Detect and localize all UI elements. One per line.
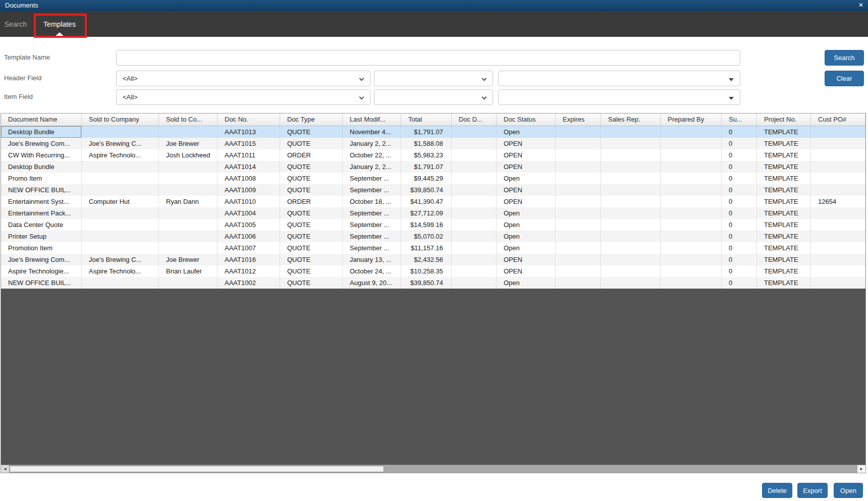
table-cell <box>82 161 159 173</box>
table-cell: AAAT1002 <box>218 277 280 289</box>
column-header[interactable]: Doc D... <box>452 114 497 126</box>
table-row[interactable]: NEW OFFICE BUIL...AAAT1009QUOTESeptember… <box>1 184 865 196</box>
item-field-select-2[interactable] <box>374 89 493 105</box>
table-row[interactable]: Promo ItemAAAT1008QUOTESeptember ...$9,4… <box>1 173 865 184</box>
table-cell: QUOTE <box>280 277 343 289</box>
table-row[interactable]: Desktop BundleAAAT1014QUOTEJanuary 2, 2.… <box>1 161 865 173</box>
table-cell <box>159 242 218 254</box>
table-cell <box>556 161 601 173</box>
column-header[interactable]: Document Name <box>1 114 82 126</box>
table-cell <box>661 277 722 289</box>
table-cell: AAAT1016 <box>218 254 280 265</box>
table-cell <box>82 277 159 289</box>
table-row[interactable]: Printer SetupAAAT1006QUOTESeptember ...$… <box>1 231 865 242</box>
column-header[interactable]: Prepared By <box>661 114 722 126</box>
table-cell: Data Center Quote <box>1 219 82 231</box>
table-cell: AAAT1014 <box>218 161 280 173</box>
column-header[interactable]: Doc Status <box>497 114 556 126</box>
table-cell: QUOTE <box>280 231 343 242</box>
table-cell: ORDER <box>280 149 343 161</box>
close-icon[interactable]: ✕ <box>858 2 863 9</box>
table-row[interactable]: CW With Recurring...Aspire Technolo...Jo… <box>1 149 865 161</box>
table-cell: 12654 <box>811 196 865 207</box>
column-header[interactable]: Cust PO# <box>811 114 865 126</box>
table-cell: TEMPLATE <box>757 196 811 207</box>
table-cell <box>601 277 661 289</box>
table-row[interactable]: Entertainment Pack...AAAT1004QUOTESeptem… <box>1 207 865 219</box>
caret-down-icon <box>729 97 734 100</box>
table-cell <box>601 126 661 138</box>
table-cell: 0 <box>722 138 757 149</box>
table-cell <box>82 231 159 242</box>
table-cell <box>601 161 661 173</box>
clear-button[interactable]: Clear <box>825 71 864 86</box>
table-row[interactable]: Data Center QuoteAAAT1005QUOTESeptember … <box>1 219 865 231</box>
delete-button[interactable]: Delete <box>762 483 792 498</box>
table-cell: TEMPLATE <box>757 265 811 277</box>
table-row[interactable]: Promotion ItemAAAT1007QUOTESeptember ...… <box>1 242 865 254</box>
table-cell <box>601 242 661 254</box>
item-field-combo-3[interactable] <box>498 89 740 105</box>
table-cell: $39,850.74 <box>401 184 452 196</box>
column-header[interactable]: Su... <box>722 114 757 126</box>
scroll-right-arrow-icon[interactable]: ► <box>857 465 865 473</box>
column-header[interactable]: Last Modif... <box>343 114 401 126</box>
table-cell: $11,157.16 <box>401 242 452 254</box>
column-header[interactable]: Sales Rep. <box>601 114 661 126</box>
table-cell <box>159 126 218 138</box>
tab-search-label: Search <box>5 20 27 28</box>
export-button[interactable]: Export <box>797 483 828 498</box>
table-cell: TEMPLATE <box>757 277 811 289</box>
table-cell: OPEN <box>497 184 556 196</box>
table-row[interactable]: NEW OFFICE BUIL...AAAT1002QUOTEAugust 9,… <box>1 277 865 289</box>
table-cell <box>811 231 865 242</box>
table-cell <box>661 173 722 184</box>
table-cell <box>452 196 497 207</box>
table-cell: TEMPLATE <box>757 173 811 184</box>
column-header[interactable]: Project No. <box>757 114 811 126</box>
table-row[interactable]: Entertainment Syst...Computer HutRyan Da… <box>1 196 865 207</box>
table-cell <box>661 207 722 219</box>
table-cell: January 13, ... <box>343 254 401 265</box>
caret-down-icon <box>729 78 734 81</box>
table-cell: Open <box>497 277 556 289</box>
chevron-down-icon <box>359 76 364 81</box>
table-cell: Open <box>497 242 556 254</box>
column-header[interactable]: Expires <box>556 114 601 126</box>
header-field-combo-3[interactable] <box>498 71 740 86</box>
item-field-select-1[interactable]: <All> <box>116 89 370 105</box>
column-header[interactable]: Sold to Company <box>82 114 159 126</box>
table-cell <box>661 219 722 231</box>
column-header[interactable]: Total <box>401 114 452 126</box>
search-button[interactable]: Search <box>825 50 864 66</box>
table-row[interactable]: Aspire Technologie...Aspire Technolo...B… <box>1 265 865 277</box>
table-cell <box>556 138 601 149</box>
table-cell: QUOTE <box>280 254 343 265</box>
template-name-input[interactable] <box>116 50 740 66</box>
table-row[interactable]: Desktop BundleAAAT1013QUOTENovember 4...… <box>1 126 865 138</box>
table-cell: AAAT1011 <box>218 149 280 161</box>
header-field-select-2[interactable] <box>374 71 493 86</box>
open-button[interactable]: Open <box>834 483 863 498</box>
table-cell: QUOTE <box>280 173 343 184</box>
table-cell: $1,791.07 <box>401 126 452 138</box>
column-header[interactable]: Doc Type <box>280 114 343 126</box>
table-cell <box>556 207 601 219</box>
horizontal-scrollbar[interactable]: ◄ ► <box>1 465 865 473</box>
scroll-left-arrow-icon[interactable]: ◄ <box>1 465 9 473</box>
tab-templates-label: Templates <box>43 20 76 28</box>
column-header[interactable]: Sold to Co... <box>159 114 218 126</box>
table-row[interactable]: Joe's Brewing Com...Joe's Brewing C...Jo… <box>1 138 865 149</box>
table-cell <box>811 138 865 149</box>
chevron-down-icon <box>482 95 487 100</box>
table-cell: September ... <box>343 207 401 219</box>
scrollbar-thumb[interactable] <box>10 466 384 472</box>
table-row[interactable]: Joe's Brewing Com...Joe's Brewing C...Jo… <box>1 254 865 265</box>
column-header[interactable]: Doc No. <box>218 114 280 126</box>
tab-search[interactable]: Search <box>0 11 31 37</box>
table-cell: TEMPLATE <box>757 231 811 242</box>
table-cell: $2,432.56 <box>401 254 452 265</box>
header-field-select-1[interactable]: <All> <box>116 71 370 86</box>
documents-dialog: Documents ✕ Search Templates Template Na… <box>0 0 868 501</box>
table-cell: TEMPLATE <box>757 149 811 161</box>
